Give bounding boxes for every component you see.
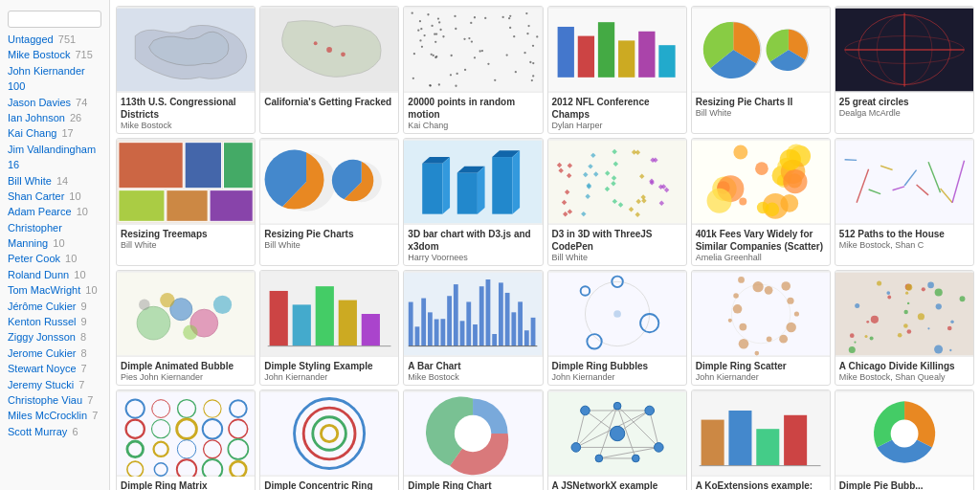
sidebar-item[interactable]: Jerome Cukier 8 xyxy=(8,346,101,361)
svg-point-258 xyxy=(927,327,929,329)
sidebar-item[interactable]: Peter Cook 10 xyxy=(8,252,101,266)
svg-rect-67 xyxy=(557,27,573,78)
svg-rect-88 xyxy=(210,190,253,222)
card-title: D3 in 3D with ThreeJS CodePen xyxy=(552,228,682,253)
svg-point-60 xyxy=(443,35,445,37)
card-item[interactable]: 20000 points in random motionKai Chang xyxy=(403,6,543,134)
card-thumbnail xyxy=(260,390,398,477)
card-item[interactable]: Resizing TreemapsBill White xyxy=(116,138,256,266)
sidebar-item[interactable]: Kai Chang 17 xyxy=(8,126,101,141)
card-item[interactable]: Dimple Ring BubblesJohn Kiernander xyxy=(547,270,687,386)
svg-point-12 xyxy=(437,17,439,19)
sidebar-item[interactable]: Stewart Noyce 7 xyxy=(8,362,101,376)
sidebar-item[interactable]: Jérôme Cukier 9 xyxy=(8,300,101,314)
sidebar-item[interactable]: Tom MacWright 10 xyxy=(8,283,101,298)
sidebar-item[interactable]: Christophe Viau 7 xyxy=(8,393,101,408)
sidebar-item[interactable]: Untagged 751 xyxy=(8,33,101,47)
svg-point-16 xyxy=(474,56,476,58)
card-item[interactable]: 401k Fees Vary Widely for Similar Compan… xyxy=(691,138,831,266)
svg-point-266 xyxy=(855,303,859,308)
sidebar-item[interactable]: Mike Bostock 715 xyxy=(8,48,101,62)
sidebar-item[interactable]: Roland Dunn 10 xyxy=(8,268,101,282)
svg-point-64 xyxy=(526,12,528,14)
card-item[interactable]: D3 in 3D with ThreeJS CodePenBill White xyxy=(547,138,687,266)
sidebar-item[interactable]: Christopher xyxy=(8,221,101,235)
svg-rect-199 xyxy=(460,321,465,345)
card-title: Dimple Ring Chart xyxy=(408,479,538,490)
card-item[interactable]: A JSNetworkX exampleMrCactus5 xyxy=(547,390,687,490)
svg-point-230 xyxy=(733,293,739,299)
card-author: Pies John Kiernander xyxy=(121,372,251,382)
card-item[interactable]: Dimple Ring MatrixJohn Kiernander xyxy=(116,390,256,490)
card-title: 401k Fees Vary Widely for Similar Compan… xyxy=(696,228,826,253)
sidebar-item[interactable]: Jeremy Stucki 7 xyxy=(8,378,101,392)
svg-point-181 xyxy=(139,300,150,311)
sidebar-item[interactable]: Miles McCrocklin 7 xyxy=(8,409,101,423)
card-info: Dimple Concentric Ring ChartJohn Kiernan… xyxy=(260,477,398,490)
card-author: John Kiernander xyxy=(264,372,394,382)
card-info: 3D bar chart with D3.js and x3domHarry V… xyxy=(404,225,542,265)
svg-point-233 xyxy=(764,286,772,295)
svg-point-61 xyxy=(432,25,434,27)
svg-point-48 xyxy=(506,54,508,56)
card-info: 401k Fees Vary Widely for Similar Compan… xyxy=(692,225,830,265)
card-item[interactable]: A KoExtensions example: #d3js KnockoutJS… xyxy=(691,390,831,490)
sidebar-item[interactable]: Adam Pearce 10 xyxy=(8,205,101,219)
sidebar-item[interactable]: Shan Carter 10 xyxy=(8,189,101,204)
svg-point-224 xyxy=(766,336,771,342)
sidebar-item[interactable]: John Kiernander xyxy=(8,64,101,78)
sidebar-item[interactable]: Bill White 14 xyxy=(8,174,101,189)
svg-point-312 xyxy=(571,443,581,453)
card-item[interactable]: Resizing Pie Charts IIBill White xyxy=(691,6,831,134)
svg-point-39 xyxy=(431,54,433,56)
card-item[interactable]: Dimple Animated BubblePies John Kiernand… xyxy=(116,270,256,386)
svg-point-225 xyxy=(754,351,759,356)
svg-point-19 xyxy=(450,74,452,76)
card-thumbnail xyxy=(692,271,830,357)
sidebar-item[interactable]: Kenton Russel 9 xyxy=(8,315,101,329)
card-author: Harry Voornees xyxy=(408,253,538,262)
card-author: Mike Bostock xyxy=(121,121,251,130)
svg-point-294 xyxy=(455,415,491,452)
svg-point-65 xyxy=(474,16,476,18)
card-item[interactable]: Dimple Ring ScatterJohn Kiernander xyxy=(691,270,831,386)
card-item[interactable]: A Bar ChartMike Bostock xyxy=(403,270,543,386)
svg-point-53 xyxy=(479,50,481,52)
sidebar-item[interactable]: Ian Johnson 26 xyxy=(8,111,101,125)
card-item[interactable]: California's Getting Fracked xyxy=(259,6,399,134)
card-item[interactable]: A Chicago Divide KillingsMike Bostock, S… xyxy=(835,270,974,386)
svg-point-57 xyxy=(430,84,432,86)
card-item[interactable]: 25 great circlesDealga McArdle xyxy=(835,6,974,134)
card-author: Amelia Greenhall xyxy=(696,253,826,262)
card-item[interactable]: Resizing Pie ChartsBill White xyxy=(259,138,399,266)
sidebar-item[interactable]: Manning 10 xyxy=(8,236,101,251)
svg-point-45 xyxy=(456,85,457,87)
sidebar-item[interactable]: Jason Davies 74 xyxy=(8,96,101,110)
card-info: Dimple Ring MatrixJohn Kiernander xyxy=(117,477,255,490)
sidebar: Untagged 751Mike Bostock 715John Kiernan… xyxy=(0,0,110,490)
sidebar-item[interactable]: Ziggy Jonsson 8 xyxy=(8,330,101,345)
sidebar-item[interactable]: 100 xyxy=(8,79,101,94)
sidebar-item[interactable]: Jim Vallandingham xyxy=(8,143,101,157)
sidebar-item[interactable]: 16 xyxy=(8,158,101,172)
card-item[interactable]: 113th U.S. Congressional DistrictsMike B… xyxy=(116,6,256,134)
card-author: Bill White xyxy=(696,108,826,118)
svg-point-182 xyxy=(183,325,197,340)
card-title: Resizing Pie Charts xyxy=(264,228,394,240)
svg-point-35 xyxy=(421,28,423,30)
card-info: D3 in 3D with ThreeJS CodePenBill White xyxy=(548,225,686,265)
svg-point-6 xyxy=(420,39,422,41)
card-item[interactable]: Dimple Ring ChartJohn Kiernander xyxy=(403,390,543,490)
card-item[interactable]: 2012 NFL Conference ChampsDylan Harper xyxy=(547,6,687,134)
svg-point-260 xyxy=(898,333,902,338)
search-input[interactable] xyxy=(8,11,101,28)
card-item[interactable]: 3D bar chart with D3.js and x3domHarry V… xyxy=(403,138,543,266)
svg-marker-95 xyxy=(443,157,451,214)
svg-rect-194 xyxy=(428,312,433,345)
sidebar-item[interactable]: Scott Murray 6 xyxy=(8,425,101,439)
card-item[interactable]: 512 Paths to the HouseMike Bostock, Shan… xyxy=(835,138,974,266)
card-item[interactable]: Dimple Styling ExampleJohn Kiernander xyxy=(259,270,399,386)
svg-point-234 xyxy=(781,281,791,291)
card-item[interactable]: Dimple Pie Bubb...John Kiernander xyxy=(835,390,974,490)
card-item[interactable]: Dimple Concentric Ring ChartJohn Kiernan… xyxy=(259,390,399,490)
